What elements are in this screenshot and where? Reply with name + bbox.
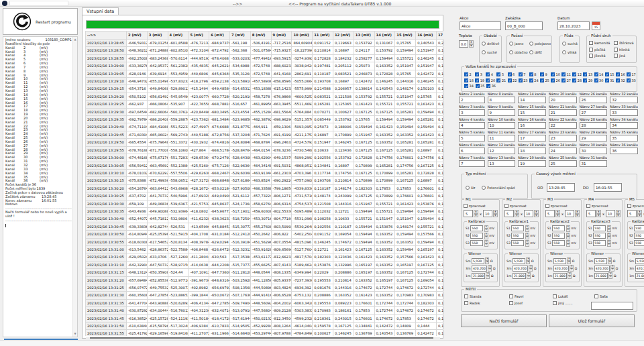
value-input[interactable]: 550 <box>470 233 483 239</box>
radio-icon[interactable] <box>482 42 486 46</box>
spin-down-icon[interactable]: ▼ <box>607 229 611 232</box>
checkbox-checked-icon[interactable] <box>486 84 490 88</box>
value-cell-clipped[interactable]: 0,1 <box>436 330 443 336</box>
value-cell[interactable]: -4730,5468 <box>292 146 313 154</box>
timestamp-cell[interactable]: 2023/02/16 13:31:40 <box>86 307 127 314</box>
value-cell[interactable]: -523,4554 <box>229 108 250 115</box>
value-cell[interactable]: -427,31728 <box>189 177 209 184</box>
timestamp-cell[interactable]: 2023/02/16 13:31:55 <box>86 330 127 336</box>
spin-down-icon[interactable]: ▼ <box>484 243 488 247</box>
value-cell[interactable]: 0,163352 <box>374 261 395 268</box>
channel-name-input[interactable]: 30 <box>580 148 608 154</box>
value-input[interactable]: 550 <box>511 240 524 246</box>
value-cell[interactable]: 0,214588 <box>313 85 333 93</box>
value-cell[interactable]: 0,123436 <box>333 146 354 154</box>
value-cell[interactable]: -513,07916 <box>229 307 250 314</box>
value-input[interactable]: 550 <box>634 233 644 239</box>
value-cell[interactable]: 0,176601 <box>395 154 416 162</box>
value-cell[interactable]: 0,159494 <box>416 108 437 115</box>
channel-name-input[interactable]: 9 <box>488 109 516 116</box>
channel-name-input[interactable]: 20 <box>549 97 577 103</box>
value-cell[interactable]: -668,24676 <box>209 169 230 176</box>
value-cell[interactable]: 0,081676 <box>313 284 333 292</box>
value-cell[interactable]: -615,14232 <box>271 85 292 93</box>
updown-icon[interactable]: ▲▼ <box>608 272 612 279</box>
value-cell[interactable]: -806,822 <box>271 231 292 238</box>
updown-icon[interactable]: ▲▼ <box>534 210 539 217</box>
value-cell[interactable]: -715,93272 <box>271 47 292 54</box>
value-cell[interactable]: -812,66232 <box>271 253 292 261</box>
updown-icon[interactable]: ▲▼ <box>525 233 529 239</box>
value-cell[interactable]: -421,57532 <box>189 200 209 207</box>
spin-down-icon[interactable]: ▼ <box>525 236 529 239</box>
value-cell[interactable]: 0,153792 <box>354 40 374 47</box>
channel-name-input[interactable]: 28 <box>580 122 608 129</box>
value-cell[interactable]: 0,161423 <box>354 292 374 299</box>
updown-icon[interactable]: ▲▼ <box>566 225 570 232</box>
value-cell-clipped[interactable]: 0,1 <box>436 70 443 77</box>
typ-mereni-option-Potencilnspd[interactable]: Potenciální spád <box>482 186 515 190</box>
value-cell[interactable]: -3038,9424 <box>292 62 313 70</box>
updown-icon[interactable]: ▲▼ <box>527 272 531 279</box>
value-cell[interactable]: 0,165197 <box>354 269 374 276</box>
value-cell[interactable]: -681,34848 <box>209 116 230 123</box>
updown-icon[interactable]: ▲▼ <box>488 265 492 272</box>
value-cell[interactable]: -476,72132 <box>189 40 209 47</box>
channel-checkbox-11[interactable]: 11 <box>561 72 572 76</box>
log-scrollbar[interactable]: ▲ ▼ <box>72 37 77 337</box>
value-cell[interactable]: 0,159494 <box>395 47 416 54</box>
value-cell[interactable]: 0,121508 <box>333 93 354 100</box>
value-input[interactable]: 550 <box>552 225 565 231</box>
value-cell[interactable]: -507,17636 <box>229 292 250 299</box>
value-cell[interactable]: -4754,5376 <box>292 200 313 207</box>
value-cell[interactable]: -806,65288 <box>271 292 292 299</box>
value-cell[interactable]: -515,30772 <box>229 223 250 230</box>
value-cell[interactable]: -647,27856 <box>209 299 230 306</box>
value-input[interactable]: 5,930 <box>513 258 525 264</box>
merici-checkbox-Luk[interactable]: Lukáš <box>553 294 594 298</box>
value-input[interactable]: 5,930 <box>472 258 484 264</box>
value-cell[interactable]: -679,01256 <box>147 40 168 47</box>
zpracovat-checkbox[interactable]: zpracovat <box>586 204 621 208</box>
value-cell[interactable]: 0,170983 <box>395 292 416 299</box>
updown-icon[interactable]: ▲▼ <box>607 240 611 247</box>
value-cell[interactable]: -514,95052 <box>229 323 250 330</box>
value-cell[interactable]: 0,136769 <box>354 330 374 336</box>
value-cell[interactable]: 0,174672 <box>374 314 395 322</box>
timestamp-cell[interactable]: 2023/02/16 13:30:05 <box>86 162 127 169</box>
value-cell-clipped[interactable]: 0,1 <box>436 253 443 261</box>
value-cell[interactable]: -617,54652 <box>147 238 168 245</box>
value-cell[interactable]: 0,12721 <box>333 207 354 215</box>
value-input[interactable]: 21,000 <box>472 273 485 279</box>
value-cell[interactable]: 0,163352 <box>374 253 395 261</box>
checkbox-icon[interactable] <box>545 204 549 208</box>
value-cell[interactable]: 0,159494 <box>395 245 416 253</box>
value-cell[interactable]: 0,17853 <box>395 184 416 192</box>
value-cell[interactable]: 0,159494 <box>374 54 395 62</box>
checkbox-icon[interactable] <box>464 301 468 305</box>
updown-icon[interactable]: ▲▼ <box>596 210 601 217</box>
spin-down-icon[interactable]: ▼ <box>488 268 492 272</box>
value-cell[interactable]: -520,21916 <box>229 93 250 100</box>
radio-icon[interactable] <box>509 50 513 54</box>
value-cell[interactable]: -427,49976 <box>189 123 209 131</box>
value-input[interactable]: 21,000 <box>635 273 644 279</box>
value-cell[interactable]: -463,62904 <box>250 154 271 162</box>
typ-mereni-option-Uz[interactable]: Uz <box>466 186 475 190</box>
checkbox-icon[interactable] <box>509 301 513 305</box>
value-cell[interactable]: -453,30716 <box>250 215 271 223</box>
value-cell[interactable]: 0,142472 <box>354 78 374 85</box>
value-cell[interactable]: -615,58796 <box>147 323 168 330</box>
value-cell[interactable]: 0,085449 <box>313 116 333 123</box>
updown-icon[interactable]: ▲▼ <box>525 225 529 232</box>
value-cell[interactable]: 0,159578 <box>313 323 333 330</box>
value-cell[interactable]: -639,6914 <box>147 70 168 77</box>
value-cell[interactable]: -642,95372 <box>147 62 168 70</box>
value-cell[interactable]: -675,79648 <box>147 139 168 146</box>
spin-down-icon[interactable]: ▼ <box>525 243 529 247</box>
checkbox-checked-icon[interactable] <box>605 72 609 76</box>
value-cell[interactable]: -697,64544 <box>127 108 148 115</box>
spin-down-icon[interactable]: ▼ <box>484 236 488 239</box>
timestamp-cell[interactable]: 2023/02/16 13:30:40 <box>86 215 127 223</box>
value-cell[interactable]: -406,8468 <box>189 245 209 253</box>
